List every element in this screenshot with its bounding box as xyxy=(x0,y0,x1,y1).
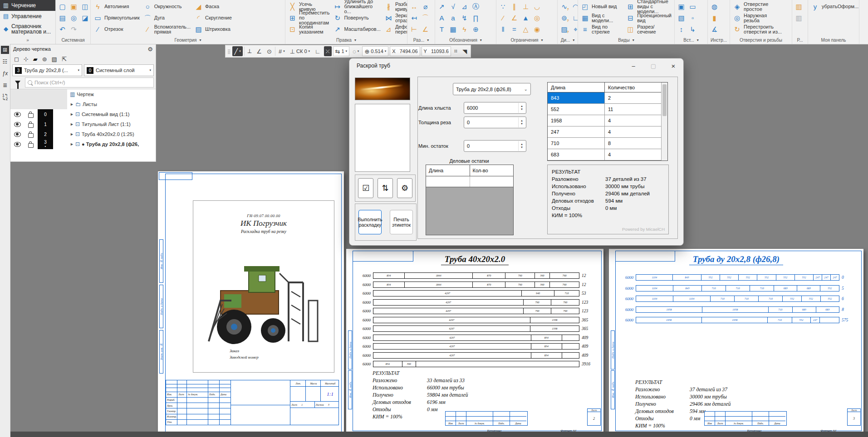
parallel-icon[interactable]: ∥ xyxy=(509,1,520,12)
part-qty-cell[interactable]: 8 xyxy=(605,138,661,149)
remnants-listbox[interactable] xyxy=(355,104,410,172)
hatch-q-icon[interactable]: ▨ xyxy=(559,24,569,35)
ribbon-button[interactable]: ↗Масштабиров... xyxy=(332,24,382,35)
tangent-icon[interactable]: ◡ xyxy=(532,1,542,12)
linear-dimension-icon[interactable]: ↤ xyxy=(409,12,419,24)
coordinate-system-select[interactable]: ⊥СК 0▾ xyxy=(288,46,312,56)
angle-icon[interactable]: ∠ xyxy=(509,12,520,24)
lock-icon[interactable] xyxy=(28,133,34,138)
roughness2-icon[interactable]: ▲ xyxy=(520,12,531,24)
marker-icon[interactable]: ▮ xyxy=(709,12,720,24)
cut-line-icon[interactable]: ∏ xyxy=(471,12,481,24)
part-qty-cell[interactable]: 11 xyxy=(605,104,661,115)
search-input[interactable]: Поиск (Ctrl+/) xyxy=(25,78,154,87)
ribbon-button[interactable]: ▨Штриховка xyxy=(193,24,233,35)
ribbon-button[interactable]: ◈Отверстие простое xyxy=(731,1,783,12)
datum-dimension-icon[interactable]: ⊢ xyxy=(409,24,419,35)
variables-panel-icon[interactable]: ƒx xyxy=(1,69,9,78)
tab-management[interactable]: ▤ Управление xyxy=(0,11,55,22)
doc-search-icon[interactable]: ▥ xyxy=(794,12,804,24)
part-length-cell[interactable]: 1958 xyxy=(548,115,605,126)
part-length-cell[interactable]: 710 xyxy=(548,138,605,149)
snap-point-icon[interactable]: ⊙ xyxy=(265,46,274,56)
center-mark-icon[interactable]: ⊕ xyxy=(471,24,481,35)
part-length-cell[interactable]: 552 xyxy=(548,104,605,115)
parameters-panel-icon[interactable]: ☷ xyxy=(1,58,9,66)
parts-table[interactable]: Длина Количество 84325521119584247471086… xyxy=(547,82,668,161)
perpendicular-icon[interactable]: ⊥ xyxy=(520,1,531,12)
arc-q-icon[interactable]: ◠ xyxy=(570,1,578,12)
sketch-frame-icon[interactable]: ▫ xyxy=(687,12,698,24)
gear-icon[interactable]: ⚙ xyxy=(147,46,153,53)
ribbon-button[interactable]: ↦Удлинить до ближайшего о... xyxy=(332,1,382,12)
ribbon-group-label[interactable]: Обозначения▾ xyxy=(435,36,496,44)
lock-icon[interactable] xyxy=(28,113,34,118)
doc-check-icon[interactable]: ▥ xyxy=(794,1,804,12)
print-labels-button[interactable]: Печать этикеток xyxy=(390,210,413,234)
print-preview-icon[interactable]: ◎ xyxy=(69,12,79,24)
expander-icon[interactable]: ► xyxy=(70,142,74,146)
insert-view-icon[interactable]: ▣ xyxy=(676,1,687,12)
ortho-icon[interactable]: ⟂ xyxy=(246,46,254,56)
show-structure-icon[interactable]: ◻ xyxy=(14,56,19,63)
move-view-icon[interactable]: ⇱ xyxy=(62,56,67,63)
layer-color-icon[interactable]: ▰ xyxy=(33,56,38,63)
ribbon-button[interactable]: ⊟Проекционный вид xyxy=(625,12,673,24)
ribbon-button[interactable]: ↻Повернуть xyxy=(332,12,382,24)
zoom-level-field[interactable]: ⊕0.514▾ xyxy=(362,46,388,56)
zoom-area-button[interactable]: ◌▾ xyxy=(351,46,361,56)
lock-icon[interactable] xyxy=(28,123,34,128)
cut-width-input[interactable]: 0▲▼ xyxy=(464,117,526,128)
curve-q-icon[interactable]: ∿ xyxy=(559,1,569,12)
ribbon-group-label[interactable]: Моя панель xyxy=(808,36,859,44)
leader-note-icon[interactable]: ↳ xyxy=(687,24,698,35)
ribbon-button[interactable]: ⊡Копия указанием xyxy=(287,24,331,35)
snap-point-icon[interactable]: ∵ xyxy=(498,1,508,12)
part-qty-cell[interactable]: 4 xyxy=(605,115,661,126)
tree-panel-icon[interactable]: ⊞ xyxy=(1,46,9,54)
corner-q-icon[interactable]: ∟ xyxy=(570,12,578,24)
auto-dimension-icon[interactable]: ↔ xyxy=(409,1,419,12)
callout-icon[interactable]: ▭ xyxy=(687,1,698,12)
part-qty-cell[interactable]: 2 xyxy=(605,92,661,103)
axes-q-icon[interactable]: ⌖ xyxy=(570,24,578,35)
show-images-icon[interactable]: ▧ xyxy=(52,56,57,63)
open-icon[interactable]: ▣ xyxy=(69,1,79,12)
ribbon-group-label[interactable]: Ди...▾ xyxy=(558,36,578,44)
visibility-eye-icon[interactable] xyxy=(14,142,21,147)
ribbon-button[interactable]: ⋈Зеркально отразить xyxy=(383,12,407,24)
grid-button[interactable]: #▾ xyxy=(277,46,287,56)
ribbon-group-label[interactable]: Правка▾ xyxy=(285,36,407,44)
toolbar-grip[interactable]: ⣿ xyxy=(227,49,231,54)
tree-row[interactable]: ▥Чертеж xyxy=(10,89,156,99)
sheet-title-page[interactable]: Инв. № подл. Подп. и дата Взам. инв. № Г… xyxy=(158,171,344,436)
snap-angle-icon[interactable]: ∠ xyxy=(255,46,264,56)
arc-dimension-icon[interactable]: ⌒ xyxy=(420,12,431,24)
tab-drawing[interactable]: ▥ Черчение xyxy=(0,0,55,11)
tree-row[interactable]: 2►⊡Труба 40х20х2.0 (1:25) xyxy=(10,129,156,139)
ribbon-button[interactable]: ⊞Стандартные виды с модели... xyxy=(625,1,673,12)
polyline-mode-button[interactable]: ⤬ xyxy=(324,46,332,56)
ribbon-group-label[interactable]: Отверстия и резьбы xyxy=(730,36,792,44)
ribbon-button[interactable]: ◰Новый вид xyxy=(579,1,624,12)
settings-sliders-button[interactable]: ⇅ xyxy=(378,178,393,198)
parts-table-row[interactable]: 8432 xyxy=(548,92,661,104)
visibility-eye-icon[interactable] xyxy=(14,122,21,127)
constraint-q-icon[interactable]: ⊚ xyxy=(559,12,569,24)
remnants-table[interactable]: Длина Кол-во xyxy=(426,165,514,235)
ribbon-button[interactable]: ∕Вспомогатель... прямая xyxy=(142,24,192,35)
text-icon[interactable]: T xyxy=(436,24,447,35)
view-label-icon[interactable]: Ⓐ xyxy=(471,1,481,12)
ribbon-button[interactable]: ○Окружность xyxy=(142,1,192,12)
ribbon-group-label[interactable]: Геометрия▾ xyxy=(91,36,285,44)
corner-snap-icon[interactable]: ∟ xyxy=(313,46,323,56)
ribbon-button[interactable]: ↻Перестроить отверстия и из... xyxy=(731,24,783,35)
current-view-combo[interactable]: 3 Труба ду 20х2,8 (... ▾ xyxy=(12,64,82,76)
tree-row[interactable]: 3•►⊡● Труба ду 20х2,8 (ф26, xyxy=(10,139,156,149)
ribbon-button[interactable]: ▭Прямоугольник xyxy=(92,12,141,24)
ribbon-button[interactable]: ≡Вид по стрелке xyxy=(579,24,624,35)
ribbon-group-label[interactable]: Раз...▾ xyxy=(407,36,435,44)
stock-length-input[interactable]: 6000▲▼ xyxy=(464,102,526,114)
part-qty-cell[interactable]: 4 xyxy=(605,149,661,160)
run-nesting-button[interactable]: Выполнить раскладку xyxy=(358,210,382,234)
